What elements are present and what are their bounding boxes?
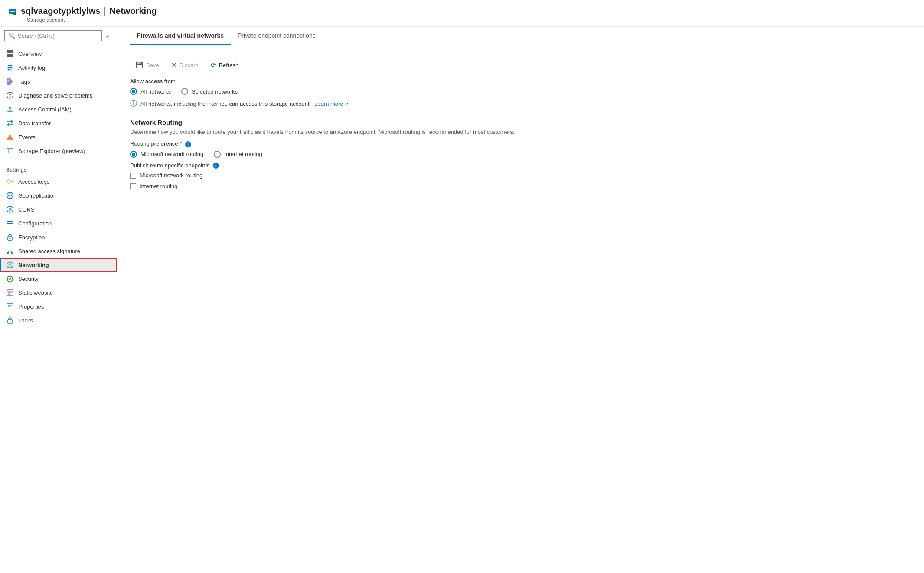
page-title: sqlvaagotypktlylws	[21, 6, 100, 16]
routing-preference-radio-group: Microsoft network routing Internet routi…	[130, 151, 911, 158]
svg-rect-7	[10, 50, 13, 53]
publish-endpoints-label: Publish route-specific endpoints i	[130, 162, 911, 169]
tab-private-endpoints[interactable]: Private endpoint connections	[231, 27, 323, 45]
sidebar-item-storage-explorer-label: Storage Explorer (preview)	[18, 148, 85, 154]
radio-selected-networks-circle	[181, 88, 188, 95]
checkbox-microsoft-routing[interactable]: Microsoft network routing	[130, 172, 911, 179]
sidebar-item-locks-label: Locks	[18, 317, 33, 324]
save-label: Save	[146, 62, 159, 68]
radio-all-networks[interactable]: All networks	[130, 88, 171, 95]
sidebar-item-security[interactable]: Security	[0, 272, 117, 286]
data-transfer-icon	[6, 119, 14, 127]
radio-all-networks-circle	[130, 88, 137, 95]
sidebar-item-overview-label: Overview	[18, 51, 42, 57]
radio-selected-networks[interactable]: Selected networks	[181, 88, 238, 95]
sidebar-item-static-website[interactable]: Static website	[0, 286, 117, 300]
sidebar-item-properties[interactable]: Properties	[0, 300, 117, 313]
sidebar: 🔍 « Overview Activity log	[0, 27, 117, 573]
allow-access-section: Allow access from All networks Selected …	[130, 78, 911, 108]
sidebar-item-tags-label: Tags	[18, 78, 30, 85]
radio-internet-routing[interactable]: Internet routing	[214, 151, 262, 158]
sidebar-item-activity-log[interactable]: Activity log	[0, 61, 117, 75]
svg-rect-2	[10, 11, 15, 12]
sidebar-item-data-transfer[interactable]: Data transfer	[0, 116, 117, 130]
sidebar-nav: Overview Activity log Tags Diagnose and …	[0, 45, 117, 573]
page-section-title: Networking	[110, 6, 157, 16]
tags-icon	[6, 78, 14, 85]
network-routing-desc: Determine how you would like to route yo…	[130, 129, 911, 135]
radio-microsoft-routing[interactable]: Microsoft network routing	[130, 151, 203, 158]
events-icon: !	[6, 133, 14, 141]
svg-rect-11	[8, 65, 12, 66]
sidebar-item-access-control-label: Access Control (IAM)	[18, 106, 72, 113]
discard-button[interactable]: ✕ Discard	[166, 59, 204, 71]
sidebar-item-access-keys-label: Access keys	[18, 179, 49, 185]
sidebar-item-diagnose[interactable]: Diagnose and solve problems	[0, 88, 117, 102]
sidebar-item-networking-label: Networking	[18, 262, 49, 268]
svg-point-14	[8, 80, 9, 81]
collapse-sidebar-button[interactable]: «	[102, 31, 112, 41]
svg-rect-9	[10, 54, 13, 57]
save-button[interactable]: 💾 Save	[130, 59, 164, 71]
sidebar-item-geo-replication[interactable]: Geo-replication	[0, 189, 117, 202]
sidebar-item-data-transfer-label: Data transfer	[18, 120, 51, 127]
svg-rect-49	[8, 320, 12, 323]
sidebar-item-configuration[interactable]: Configuration	[0, 216, 117, 230]
sidebar-item-tags[interactable]: Tags	[0, 75, 117, 88]
svg-rect-1	[10, 10, 15, 10]
learn-more-text: Learn more	[314, 101, 343, 107]
sidebar-item-geo-replication-label: Geo-replication	[18, 192, 56, 199]
publish-endpoints-checkboxes: Microsoft network routing Internet routi…	[130, 172, 911, 189]
sidebar-item-access-keys[interactable]: Access keys	[0, 175, 117, 189]
sidebar-item-configuration-label: Configuration	[18, 220, 52, 227]
search-icon: 🔍	[8, 33, 15, 39]
radio-selected-networks-label: Selected networks	[192, 88, 238, 95]
learn-more-link[interactable]: Learn more ↗	[314, 101, 349, 107]
settings-section-label: Settings	[0, 162, 117, 175]
settings-divider	[6, 160, 111, 160]
radio-microsoft-routing-label: Microsoft network routing	[140, 151, 203, 157]
svg-point-15	[7, 92, 13, 98]
all-networks-info-bar: ⓘ All networks, including the internet, …	[130, 99, 911, 108]
refresh-button[interactable]: ⟳ Refresh	[206, 59, 244, 71]
search-input[interactable]	[18, 33, 98, 39]
page-header: ! sqlvaagotypktlylws | Networking Storag…	[0, 0, 924, 27]
svg-point-16	[10, 96, 11, 97]
sidebar-item-sas[interactable]: Shared access signature	[0, 244, 117, 258]
svg-point-22	[7, 180, 10, 183]
network-routing-title: Network Routing	[130, 119, 911, 126]
refresh-icon: ⟳	[211, 61, 216, 69]
sidebar-item-properties-label: Properties	[18, 303, 44, 310]
geo-icon	[6, 192, 14, 199]
radio-all-networks-label: All networks	[140, 88, 171, 95]
checkbox-microsoft-routing-box	[130, 173, 136, 179]
svg-point-37	[9, 262, 11, 264]
sidebar-item-cors-label: CORS	[18, 206, 35, 213]
svg-rect-20	[7, 149, 13, 153]
sidebar-item-overview[interactable]: Overview	[0, 47, 117, 61]
tab-firewalls[interactable]: Firewalls and virtual networks	[130, 27, 231, 45]
sidebar-item-locks[interactable]: Locks	[0, 313, 117, 327]
encryption-icon	[6, 233, 14, 241]
sidebar-item-encryption[interactable]: Encryption	[0, 230, 117, 244]
routing-info-icon[interactable]: i	[185, 141, 191, 147]
sidebar-item-networking[interactable]: Networking	[0, 258, 117, 272]
properties-icon	[6, 303, 14, 310]
resource-type-label: Storage account	[27, 17, 915, 23]
svg-point-33	[10, 238, 11, 239]
all-networks-info-text: All networks, including the internet, ca…	[140, 101, 311, 107]
toolbar: 💾 Save ✕ Discard ⟳ Refresh	[130, 54, 911, 78]
checkbox-internet-routing[interactable]: Internet routing	[130, 183, 911, 189]
sidebar-item-events[interactable]: ! Events	[0, 130, 117, 144]
sidebar-item-access-control[interactable]: Access Control (IAM)	[0, 102, 117, 116]
diagnose-icon	[6, 91, 14, 99]
sidebar-item-static-website-label: Static website	[18, 290, 53, 296]
svg-point-38	[7, 266, 9, 268]
sidebar-item-events-label: Events	[18, 134, 36, 140]
svg-rect-6	[7, 50, 10, 53]
sidebar-item-storage-explorer[interactable]: Storage Explorer (preview)	[0, 144, 117, 158]
sidebar-item-cors[interactable]: CORS	[0, 202, 117, 216]
svg-text:!: !	[15, 13, 15, 15]
publish-endpoints-info-icon[interactable]: i	[213, 163, 219, 169]
svg-rect-44	[8, 292, 10, 295]
